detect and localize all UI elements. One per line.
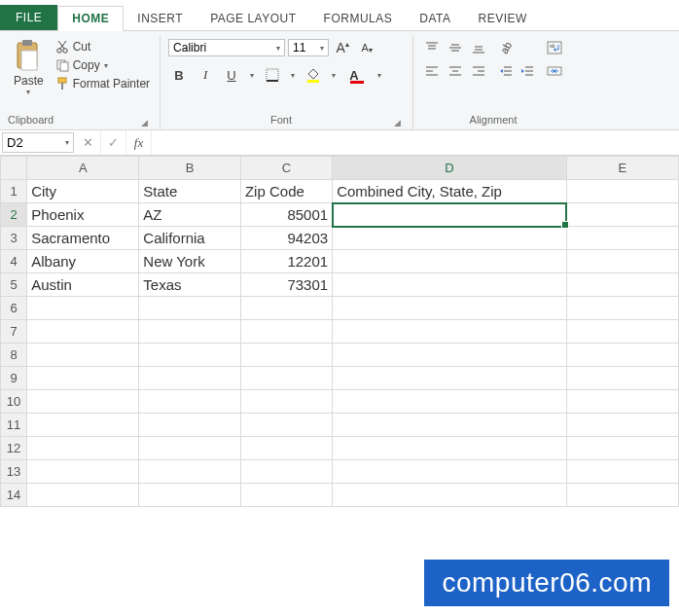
cell-D2[interactable] xyxy=(333,203,567,227)
cell-A8[interactable] xyxy=(27,344,139,367)
row-header-13[interactable]: 13 xyxy=(1,460,27,484)
row-header-4[interactable]: 4 xyxy=(1,250,27,273)
row-header-2[interactable]: 2 xyxy=(1,203,27,227)
cell-A9[interactable] xyxy=(27,367,139,390)
row-header-7[interactable]: 7 xyxy=(1,320,27,344)
font-size-select[interactable]: 11▾ xyxy=(288,39,329,56)
paste-dropdown-icon[interactable]: ▾ xyxy=(26,88,30,96)
cell-C2[interactable]: 85001 xyxy=(240,203,332,227)
name-box[interactable]: D2▾ xyxy=(2,132,74,153)
tab-page-layout[interactable]: PAGE LAYOUT xyxy=(197,7,309,30)
cut-button[interactable]: Cut xyxy=(54,39,152,54)
font-color-dropdown[interactable]: ▾ xyxy=(375,64,384,86)
cell-E6[interactable] xyxy=(566,297,678,320)
cell-D12[interactable] xyxy=(333,437,567,460)
font-dialog-launcher[interactable]: ◢ xyxy=(394,118,405,127)
tab-formulas[interactable]: FORMULAS xyxy=(310,7,407,30)
align-top-button[interactable] xyxy=(421,37,443,58)
merge-button[interactable] xyxy=(544,60,565,82)
cell-A3[interactable]: Sacramento xyxy=(27,227,139,250)
cell-C14[interactable] xyxy=(240,484,332,507)
format-painter-button[interactable]: Format Painter xyxy=(54,76,152,91)
col-header-A[interactable]: A xyxy=(27,157,139,180)
bold-button[interactable]: B xyxy=(168,64,190,86)
cell-B9[interactable] xyxy=(139,367,241,390)
tab-data[interactable]: DATA xyxy=(406,7,464,30)
cell-B12[interactable] xyxy=(139,437,241,460)
tab-insert[interactable]: INSERT xyxy=(124,7,197,30)
paste-button[interactable]: Paste ▾ xyxy=(8,37,50,112)
cell-E1[interactable] xyxy=(566,180,678,203)
row-header-10[interactable]: 10 xyxy=(1,390,27,414)
fill-dropdown[interactable]: ▾ xyxy=(329,64,339,86)
cell-E9[interactable] xyxy=(566,367,678,390)
align-center-button[interactable] xyxy=(445,60,466,82)
cell-B7[interactable] xyxy=(139,320,241,344)
cell-D7[interactable] xyxy=(333,320,567,344)
cell-E10[interactable] xyxy=(566,390,678,414)
decrease-font-button[interactable]: A▾ xyxy=(356,37,377,58)
cell-B5[interactable]: Texas xyxy=(139,273,241,297)
cell-B8[interactable] xyxy=(139,344,241,367)
cell-C10[interactable] xyxy=(240,390,332,414)
cell-A12[interactable] xyxy=(27,437,139,460)
clipboard-dialog-launcher[interactable]: ◢ xyxy=(141,118,152,127)
cell-D10[interactable] xyxy=(333,390,567,414)
cell-D14[interactable] xyxy=(333,484,567,507)
borders-button[interactable] xyxy=(262,64,283,86)
cell-D6[interactable] xyxy=(333,297,567,320)
cell-A13[interactable] xyxy=(27,460,139,484)
tab-review[interactable]: REVIEW xyxy=(464,7,540,30)
cell-D11[interactable] xyxy=(333,414,567,437)
cell-C6[interactable] xyxy=(240,297,332,320)
cell-A4[interactable]: Albany xyxy=(27,250,139,273)
tab-file[interactable]: FILE xyxy=(0,5,57,30)
copy-button[interactable]: Copy ▾ xyxy=(54,57,152,73)
row-header-14[interactable]: 14 xyxy=(1,484,27,507)
increase-indent-button[interactable] xyxy=(517,60,538,82)
cell-A6[interactable] xyxy=(27,297,139,320)
col-header-B[interactable]: B xyxy=(139,157,241,180)
cell-B6[interactable] xyxy=(139,297,241,320)
tab-home[interactable]: HOME xyxy=(57,6,124,31)
cell-B1[interactable]: State xyxy=(139,180,241,203)
cell-C7[interactable] xyxy=(240,320,332,344)
cell-E13[interactable] xyxy=(566,460,678,484)
cell-E11[interactable] xyxy=(566,414,678,437)
cell-D13[interactable] xyxy=(333,460,567,484)
cell-B13[interactable] xyxy=(139,460,241,484)
formula-input[interactable] xyxy=(152,130,679,155)
select-all-corner[interactable] xyxy=(1,157,27,180)
col-header-C[interactable]: C xyxy=(240,157,332,180)
cell-B10[interactable] xyxy=(139,390,241,414)
row-header-9[interactable]: 9 xyxy=(1,367,27,390)
cell-D9[interactable] xyxy=(333,367,567,390)
cell-D4[interactable] xyxy=(333,250,567,273)
cell-E5[interactable] xyxy=(566,273,678,297)
cell-C13[interactable] xyxy=(240,460,332,484)
insert-function-button[interactable]: fx xyxy=(126,130,152,155)
cell-B4[interactable]: New York xyxy=(139,250,241,273)
cell-E4[interactable] xyxy=(566,250,678,273)
cell-E12[interactable] xyxy=(566,437,678,460)
row-header-3[interactable]: 3 xyxy=(1,227,27,250)
cell-A7[interactable] xyxy=(27,320,139,344)
row-header-5[interactable]: 5 xyxy=(1,273,27,297)
cell-C8[interactable] xyxy=(240,344,332,367)
row-header-1[interactable]: 1 xyxy=(1,180,27,203)
cell-B2[interactable]: AZ xyxy=(139,203,241,227)
cell-D1[interactable]: Combined City, State, Zip xyxy=(333,180,567,203)
cell-A11[interactable] xyxy=(27,414,139,437)
cell-A1[interactable]: City xyxy=(27,180,139,203)
underline-dropdown[interactable]: ▾ xyxy=(247,64,257,86)
cell-E2[interactable] xyxy=(566,203,678,227)
orientation-button[interactable]: ab xyxy=(495,37,517,58)
cell-B3[interactable]: California xyxy=(139,227,241,250)
cell-A14[interactable] xyxy=(27,484,139,507)
borders-dropdown[interactable]: ▾ xyxy=(288,64,298,86)
row-header-12[interactable]: 12 xyxy=(1,437,27,460)
formula-cancel-button[interactable]: ✕ xyxy=(76,130,101,155)
cell-E8[interactable] xyxy=(566,344,678,367)
wrap-text-button[interactable]: ab xyxy=(544,37,565,58)
formula-enter-button[interactable]: ✓ xyxy=(101,130,126,155)
